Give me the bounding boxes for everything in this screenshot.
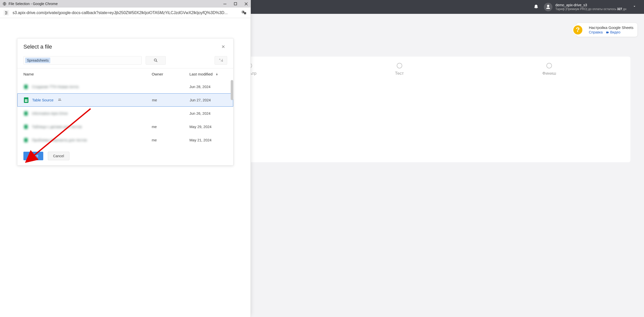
col-name[interactable]: Name xyxy=(23,72,152,76)
user-name: demo_apix-drive_s3 xyxy=(555,3,626,7)
file-modified: Jun 27, 2024 xyxy=(190,98,227,102)
svg-point-9 xyxy=(6,11,6,12)
svg-line-17 xyxy=(156,61,157,62)
user-tariff: Тариф |Премиум PRO| до оплаты осталось 3… xyxy=(555,7,626,11)
svg-rect-29 xyxy=(24,111,28,115)
user-info: demo_apix-drive_s3 Тариф |Премиум PRO| д… xyxy=(555,3,626,11)
picker-close-icon[interactable]: ✕ xyxy=(219,43,227,51)
minimize-icon[interactable] xyxy=(223,2,227,6)
svg-rect-22 xyxy=(24,85,28,89)
help-icon[interactable]: ? xyxy=(573,25,583,35)
cancel-button[interactable]: Cancel xyxy=(48,152,69,160)
svg-rect-3 xyxy=(234,3,237,5)
file-owner: me xyxy=(152,98,190,102)
google-picker: Select a file ✕ Spreadsheets A Z xyxy=(17,38,233,166)
svg-rect-31 xyxy=(24,138,28,142)
svg-rect-30 xyxy=(24,125,28,129)
col-owner[interactable]: Owner xyxy=(152,72,189,76)
site-settings-icon[interactable] xyxy=(4,10,9,16)
bell-icon[interactable] xyxy=(533,4,539,11)
file-row[interactable]: Таблица с датами для тестов me May 29, 2… xyxy=(17,120,233,133)
search-button[interactable] xyxy=(146,56,166,65)
svg-point-16 xyxy=(154,59,156,61)
user-block[interactable]: demo_apix-drive_s3 Тариф |Премиум PRO| д… xyxy=(544,3,636,11)
url-text[interactable]: s3.apix-drive.com/private/google-docs-ca… xyxy=(13,11,238,15)
select-button[interactable]: Select xyxy=(23,152,43,160)
arrow-down-icon xyxy=(215,72,219,76)
col-modified[interactable]: Last modified xyxy=(189,72,227,76)
address-bar: s3.apix-drive.com/private/google-docs-ca… xyxy=(0,8,251,18)
globe-icon xyxy=(3,2,7,6)
step-4: Финиш xyxy=(542,63,556,76)
help-video-link[interactable]: Видео xyxy=(606,30,621,34)
file-row[interactable]: Проблемы Мерчанта для тестов me May 21, … xyxy=(17,133,233,147)
search-input[interactable]: Spreadsheets xyxy=(23,56,142,65)
picker-title: Select a file xyxy=(23,44,52,50)
picker-wrap: Select a file ✕ Spreadsheets A Z xyxy=(0,18,251,317)
svg-point-28 xyxy=(60,99,61,100)
svg-text:A: A xyxy=(245,12,246,14)
file-row-selected[interactable]: Table Source me Jun 27, 2024 xyxy=(17,93,233,107)
step-3: Тест xyxy=(395,63,404,76)
file-name: Table Source xyxy=(32,98,54,102)
filter-chip[interactable]: Spreadsheets xyxy=(25,58,50,63)
window-titlebar[interactable]: File Selection - Google Chrome xyxy=(0,0,251,8)
column-headers: Name Owner Last modified xyxy=(17,68,233,80)
svg-text:A: A xyxy=(219,58,220,60)
svg-point-10 xyxy=(7,12,7,13)
shared-icon xyxy=(57,98,62,102)
maximize-icon[interactable] xyxy=(233,2,237,6)
avatar-icon xyxy=(544,3,552,11)
file-row[interactable]: Создание ТТН Новая почта Jun 28, 2024 xyxy=(17,80,233,93)
svg-text:文: 文 xyxy=(243,11,244,13)
file-row[interactable]: Information Apix-Drive Jun 26, 2024 xyxy=(17,107,233,120)
help-title: Настройка Google Sheets xyxy=(589,25,633,30)
svg-point-11 xyxy=(6,14,6,14)
file-selection-window: File Selection - Google Chrome s3.apix-d… xyxy=(0,0,251,317)
scrollbar-thumb[interactable] xyxy=(231,80,233,100)
sheets-icon xyxy=(24,97,29,103)
file-list: Создание ТТН Новая почта Jun 28, 2024 Ta… xyxy=(17,80,233,147)
chevron-down-icon[interactable] xyxy=(632,4,636,10)
help-card: ? Настройка Google Sheets Справка Видео xyxy=(576,23,638,37)
svg-rect-0 xyxy=(606,32,608,33)
translate-icon[interactable]: 文A xyxy=(242,10,247,16)
close-icon[interactable] xyxy=(244,2,248,6)
svg-point-27 xyxy=(59,99,60,100)
sort-az-button[interactable]: A Z xyxy=(215,56,227,65)
help-spravka-link[interactable]: Справка xyxy=(589,30,603,34)
window-title: File Selection - Google Chrome xyxy=(9,2,58,6)
